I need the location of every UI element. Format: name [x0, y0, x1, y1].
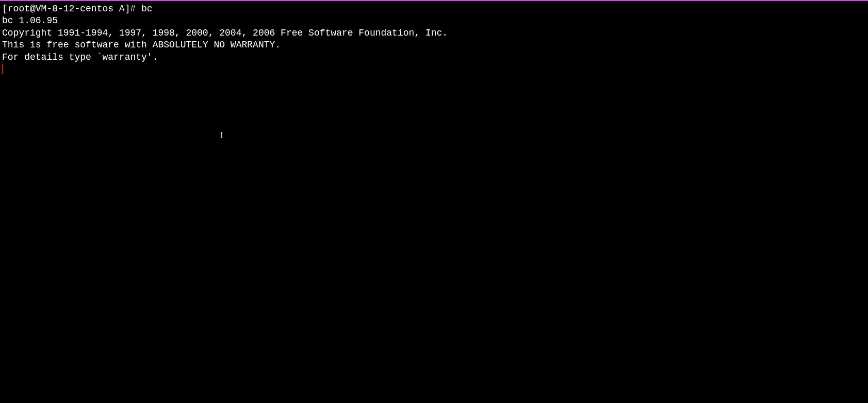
output-line: For details type `warranty'. — [2, 52, 866, 63]
input-line[interactable] — [2, 63, 866, 75]
output-line: bc 1.06.95 — [2, 15, 866, 27]
cursor-icon — [2, 64, 3, 74]
typed-command: bc — [141, 4, 153, 14]
output-line: Copyright 1991-1994, 1997, 1998, 2000, 2… — [2, 27, 866, 39]
command-line: [root@VM-8-12-centos A]# bc — [2, 3, 866, 15]
mouse-text-cursor-icon: I — [220, 130, 223, 141]
output-line: This is free software with ABSOLUTELY NO… — [2, 39, 866, 51]
shell-prompt: [root@VM-8-12-centos A]# — [2, 4, 141, 14]
terminal-area[interactable]: [root@VM-8-12-centos A]# bc bc 1.06.95 C… — [0, 1, 868, 403]
